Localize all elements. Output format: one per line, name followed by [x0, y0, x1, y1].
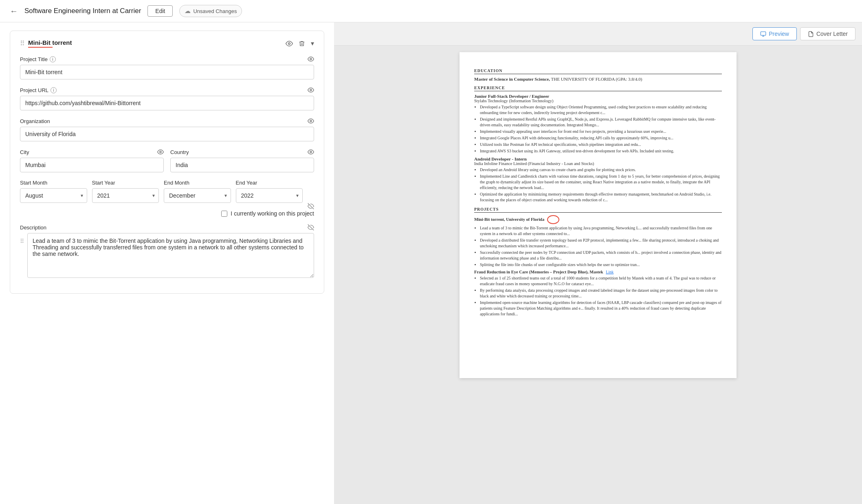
city-country-row: City Country	[20, 149, 314, 180]
resume-degree: Master of Science in Computer Science,	[474, 77, 550, 81]
resume-school: THE UNIVERSITY OF FLORIDA (GPA: 3.8/4.0)	[551, 77, 642, 81]
city-field: City	[20, 149, 164, 172]
resume-project2-link: Link	[606, 270, 614, 274]
visibility-toggle-button[interactable]	[286, 40, 293, 47]
start-month-label: Start Month	[20, 180, 87, 186]
svg-point-0	[288, 42, 290, 44]
start-year-label: Start Year	[92, 180, 159, 186]
right-panel: Preview Cover Letter EDUCATION Master of…	[334, 22, 862, 504]
organization-label: Organization	[20, 118, 50, 124]
svg-point-4	[160, 151, 161, 153]
organization-field: Organization	[20, 118, 314, 141]
resume-project2-title-line: Fraud Reduction in Eye Care (Memories – …	[474, 269, 722, 274]
city-input[interactable]	[20, 158, 164, 172]
resume-job1-org: Stylabs Technology (Information Technolo…	[474, 99, 722, 103]
section-actions: ▾	[286, 40, 314, 47]
description-label: Description	[20, 224, 46, 231]
start-month-select[interactable]: JanuaryFebruaryMarchAprilMayJuneJulyAugu…	[20, 188, 87, 203]
list-item: Integrated Google Places API with deboun…	[480, 135, 722, 141]
resume-job2-org: India Infoline Finance Limited (Financia…	[474, 161, 722, 166]
project-title-input[interactable]	[20, 65, 314, 79]
back-button[interactable]: ←	[10, 7, 18, 16]
cloud-icon: ☁	[185, 7, 191, 15]
delete-button[interactable]	[299, 40, 305, 47]
country-input[interactable]	[170, 158, 314, 172]
organization-input[interactable]	[20, 127, 314, 141]
end-month-select[interactable]: JanuaryFebruaryMarchAprilMayJuneJulyAugu…	[164, 188, 231, 203]
organization-label-row: Organization	[20, 118, 314, 124]
list-item: Successfully connected the peer nodes by…	[480, 250, 722, 261]
preview-button[interactable]: Preview	[752, 27, 797, 40]
list-item: Designed and implemented Restful APIs us…	[480, 117, 722, 128]
section-header: ⠿ Mini-Bit torrent	[20, 39, 314, 48]
date-visibility-btn[interactable]	[308, 203, 314, 209]
page-title: Software Engineering Intern at Carrier	[24, 7, 141, 15]
start-year-select[interactable]: 2018201920202021202220232024	[92, 188, 159, 203]
project-title-label: Project Title i	[20, 56, 56, 62]
list-item: Implemented Line and Candlestick charts …	[480, 174, 722, 191]
end-month-field: End Month JanuaryFebruaryMarchAprilMayJu…	[164, 180, 231, 203]
list-item: Selected as 1 of 25 shortlisted teams ou…	[480, 275, 722, 287]
top-header: ← Software Engineering Intern at Carrier…	[0, 0, 862, 22]
city-label-row: City	[20, 149, 164, 155]
unsaved-label: Unsaved Changes	[193, 8, 237, 14]
country-visibility-btn[interactable]	[308, 149, 314, 155]
list-item: Implemented visually appealing user inte…	[480, 129, 722, 134]
description-label-row: Description	[20, 224, 314, 231]
unsaved-badge: ☁ Unsaved Changes	[179, 5, 242, 17]
edit-button[interactable]: Edit	[147, 5, 173, 17]
resume-job2-bullets: Developed an Android library using canva…	[474, 167, 722, 203]
start-year-select-wrapper: 2018201920202021202220232024 ▾	[92, 188, 159, 203]
drag-handle-icon[interactable]: ⠿	[20, 40, 25, 47]
cover-letter-button[interactable]: Cover Letter	[800, 27, 855, 40]
project-title-visibility-btn[interactable]	[308, 56, 314, 62]
organization-visibility-btn[interactable]	[308, 118, 314, 124]
currently-working-checkbox[interactable]	[221, 211, 227, 217]
list-item: Utilized tools like Postman for API tech…	[480, 142, 722, 147]
description-visibility-btn[interactable]	[308, 224, 314, 231]
list-item: Implemented open-source machine learning…	[480, 300, 722, 317]
project-url-input[interactable]	[20, 96, 314, 110]
description-drag-handle[interactable]: ⠿	[20, 238, 24, 244]
main-layout: ⠿ Mini-Bit torrent	[0, 22, 862, 504]
svg-point-3	[310, 120, 312, 122]
resume-project2-title: Fraud Reduction in Eye Care (Memories – …	[474, 270, 603, 274]
list-item: Integrated AWS S3 bucket using its API G…	[480, 148, 722, 154]
country-field: Country	[170, 149, 314, 172]
list-item: Developed a TypeScript software design u…	[480, 104, 722, 116]
preview-toolbar: Preview Cover Letter	[334, 22, 862, 46]
resume-job2-title: Android Developer - Intern	[474, 156, 722, 161]
description-textarea[interactable]: Lead a team of 3 to mimic the Bit-Torren…	[27, 233, 314, 278]
title-underline	[28, 47, 53, 48]
cover-letter-label: Cover Letter	[816, 31, 848, 37]
city-visibility-btn[interactable]	[157, 149, 164, 155]
expand-button[interactable]: ▾	[311, 40, 314, 47]
section-title-row: ⠿ Mini-Bit torrent	[20, 39, 72, 48]
end-year-select[interactable]: 2018201920202021202220232024	[236, 188, 303, 203]
left-panel: ⠿ Mini-Bit torrent	[0, 22, 334, 504]
project-url-info-icon[interactable]: i	[51, 87, 57, 93]
project-url-label-row: Project URL i	[20, 87, 314, 93]
project-url-field: Project URL i	[20, 87, 314, 110]
preview-label: Preview	[769, 31, 789, 37]
country-label-row: Country	[170, 149, 314, 155]
end-year-label: End Year	[236, 180, 303, 186]
project-section-card: ⠿ Mini-Bit torrent	[10, 31, 324, 294]
svg-point-1	[310, 58, 312, 60]
project-title-info-icon[interactable]: i	[50, 56, 56, 62]
project-url-visibility-btn[interactable]	[308, 87, 314, 93]
end-year-field: End Year 2018201920202021202220232024 ▾	[236, 180, 303, 203]
list-item: Lead a team of 3 to mimic the Bit-Torren…	[480, 225, 722, 237]
list-item: By performing data analysis, data proces…	[480, 288, 722, 299]
date-row: Start Month JanuaryFebruaryMarchAprilMay…	[20, 180, 314, 210]
city-label: City	[20, 149, 29, 155]
currently-working-row: I currently working on this project	[20, 210, 314, 217]
svg-point-5	[310, 151, 312, 153]
svg-rect-8	[761, 31, 766, 35]
end-month-select-wrapper: JanuaryFebruaryMarchAprilMayJuneJulyAugu…	[164, 188, 231, 203]
start-year-field: Start Year 2018201920202021202220232024 …	[92, 180, 159, 203]
start-month-field: Start Month JanuaryFebruaryMarchAprilMay…	[20, 180, 87, 203]
project-title-label-row: Project Title i	[20, 56, 314, 62]
resume-education-heading: EDUCATION	[474, 68, 722, 74]
country-label: Country	[170, 149, 189, 155]
